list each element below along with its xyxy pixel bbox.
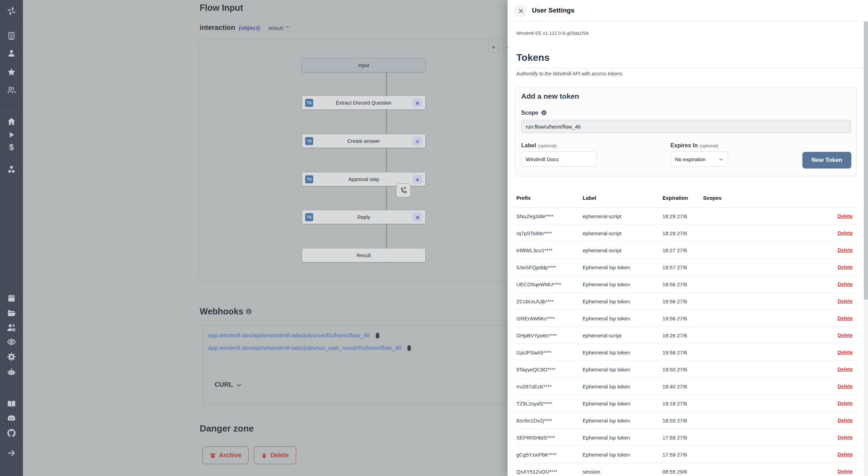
token-prefix: 9TayyeQC9O****: [516, 367, 556, 372]
delete-token-link[interactable]: Delete: [837, 367, 853, 372]
suspend-phone-icon: [396, 183, 411, 197]
delete-token-link[interactable]: Delete: [837, 230, 853, 236]
token-prefix: UECO5qeWMU****: [516, 281, 561, 287]
canvas-zoom-in-button[interactable]: +: [488, 42, 499, 52]
delete-token-link[interactable]: Delete: [837, 418, 853, 423]
chevron-down-icon: [236, 382, 242, 388]
sidebar-calendar-icon[interactable]: [7, 294, 16, 303]
sidebar-cubes-icon[interactable]: [7, 165, 16, 174]
token-label-input[interactable]: [521, 151, 597, 167]
token-label: Ephemeral lsp token: [583, 281, 630, 287]
drawer-scrollbar: [864, 22, 868, 476]
token-prefix: rq7pSTsiMn****: [516, 230, 552, 236]
new-token-button[interactable]: New Token: [802, 152, 851, 169]
sidebar-users-gear-icon[interactable]: [6, 322, 17, 333]
flow-node-extract-discord-question[interactable]: TSExtract Discord Questionb: [302, 96, 426, 110]
webhooks-header: Webhooks i: [200, 306, 252, 317]
sidebar-folder-icon[interactable]: [7, 309, 16, 318]
sidebar-arrow-right-icon[interactable]: [7, 448, 16, 458]
delete-token-link[interactable]: Delete: [837, 384, 853, 389]
info-icon: i: [541, 110, 546, 115]
app-root: $ Flow Input interaction (object) defaul…: [0, 0, 868, 476]
sidebar-user-icon[interactable]: [7, 49, 16, 58]
delete-token-link[interactable]: Delete: [837, 281, 853, 287]
tokens-section-subtitle: Authentify to the Windmill API with acce…: [516, 71, 624, 76]
sidebar-discord-icon[interactable]: [7, 413, 17, 424]
delete-token-link[interactable]: Delete: [837, 401, 853, 406]
node-id-badge: b: [413, 98, 422, 107]
sidebar-book-icon[interactable]: [7, 399, 16, 409]
webhook-run-wait-result-link[interactable]: app.windmill.dev/api/w/windmill-labs/job…: [208, 345, 402, 352]
delete-token-link[interactable]: Delete: [837, 213, 853, 219]
token-expiration: 18:27 27/6: [662, 247, 687, 253]
token-expiration: 08:55 29/6: [662, 469, 687, 475]
sidebar-dollar-icon[interactable]: $: [9, 143, 14, 151]
token-table-row: SEPIRSHbtS**** Ephemeral lsp token 17:59…: [515, 429, 859, 446]
sidebar-robot-icon[interactable]: [7, 367, 16, 377]
sidebar-star-icon[interactable]: [7, 67, 16, 77]
expires-select[interactable]: No expiration: [670, 151, 728, 167]
delete-token-link[interactable]: Delete: [837, 247, 853, 253]
token-expiration: 19:18 27/6: [662, 401, 687, 407]
typescript-badge: TS: [305, 137, 313, 145]
close-drawer-button[interactable]: [515, 5, 527, 17]
typescript-badge: TS: [305, 99, 313, 107]
flow-node-input[interactable]: Input: [302, 58, 426, 72]
sidebar-divider: [0, 443, 23, 444]
curl-toggle[interactable]: CURL: [215, 381, 242, 388]
token-expiration: 18:29 27/6: [662, 230, 687, 236]
token-label: Ephemeral lsp token: [583, 384, 630, 389]
token-label: ephemeral-script: [583, 230, 621, 236]
curl-label: CURL: [215, 381, 233, 388]
token-expiration: 19:56 27/6: [662, 350, 687, 355]
token-table-row: tr68WL3cu1**** ephemeral-script 18:27 27…: [515, 242, 859, 259]
drawer-title: User Settings: [532, 7, 574, 14]
token-table-row: QsXY51ZvOU**** session 08:55 29/6 Delete: [515, 463, 859, 476]
webhook-run-link[interactable]: app.windmill.dev/api/w/windmill-labs/job…: [208, 332, 370, 339]
delete-flow-button[interactable]: Delete: [254, 446, 296, 464]
windmill-logo-icon[interactable]: [6, 6, 17, 17]
expires-field-group: Expires In(optional) No expiration: [670, 142, 728, 167]
label-field-label: Label: [521, 142, 536, 148]
token-prefix: 8zn5n1Dx2j****: [516, 418, 552, 424]
delete-token-link[interactable]: Delete: [837, 333, 853, 338]
token-expiration: 19:50 27/6: [662, 367, 687, 372]
scrollbar-thumb[interactable]: [864, 22, 868, 299]
archive-flow-button[interactable]: Archive: [202, 446, 249, 464]
flow-node-result[interactable]: Result: [302, 248, 426, 262]
delete-token-link[interactable]: Delete: [837, 298, 853, 304]
node-label: Input: [358, 63, 369, 68]
token-prefix: SNuZeg34le****: [516, 213, 553, 219]
sidebar-home-icon[interactable]: [7, 117, 16, 126]
delete-token-link[interactable]: Delete: [837, 350, 853, 355]
token-expiration: 17:59 27/6: [662, 452, 687, 458]
scope-label-row: Scope i: [521, 109, 546, 116]
sidebar-gear-icon[interactable]: [7, 352, 16, 362]
scope-label: Scope: [521, 109, 539, 116]
delete-token-link[interactable]: Delete: [837, 315, 853, 321]
sidebar-github-icon[interactable]: [7, 428, 17, 438]
scope-input[interactable]: [521, 120, 851, 133]
clipboard-icon[interactable]: [374, 333, 381, 339]
delete-token-link[interactable]: Delete: [837, 264, 853, 270]
token-prefix: rru267sEzK****: [516, 384, 552, 389]
expires-field-label: Expires In: [670, 142, 698, 148]
token-label: Ephemeral lsp token: [583, 264, 630, 270]
token-table-row: OHpBVYpo6n**** ephemeral-script 18:26 27…: [515, 327, 859, 344]
schema-property-name: interaction: [200, 24, 235, 32]
sidebar-users-icon[interactable]: [7, 85, 16, 95]
flow-node-create-answer[interactable]: TSCreate answerc: [302, 134, 426, 148]
clipboard-icon[interactable]: [406, 345, 412, 351]
sidebar-building-icon[interactable]: [7, 31, 16, 40]
token-table-row: I2RErAW6Kc**** Ephemeral lsp token 19:56…: [515, 310, 859, 327]
sidebar-play-icon[interactable]: [7, 131, 16, 139]
token-label: ephemeral-script: [583, 333, 621, 338]
token-expiration: 18:26 27/6: [662, 333, 687, 338]
delete-token-link[interactable]: Delete: [837, 435, 853, 440]
delete-token-link[interactable]: Delete: [837, 452, 853, 457]
sidebar-eye-icon[interactable]: [7, 337, 16, 347]
node-label: Extract Discord Question: [336, 100, 391, 106]
flow-node-reply[interactable]: TSReplyd: [302, 210, 426, 224]
delete-token-link[interactable]: Delete: [837, 469, 853, 474]
token-expiration: 18:29 27/6: [662, 213, 687, 219]
